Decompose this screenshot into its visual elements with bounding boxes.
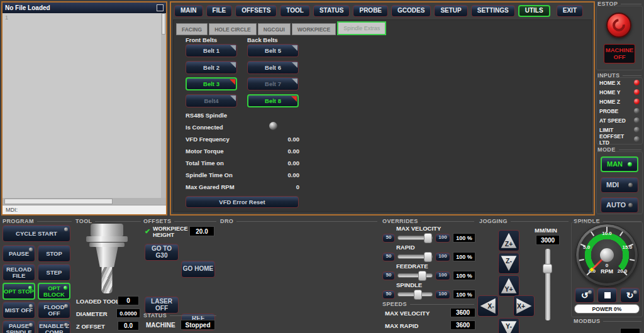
jog-y-minus-button[interactable]: Y- — [498, 318, 519, 333]
slider-handle[interactable] — [424, 252, 432, 262]
mode-mdi-button[interactable]: MDI — [601, 177, 638, 193]
override-min-button[interactable]: 50 — [382, 271, 395, 280]
led-indicator — [64, 227, 68, 231]
gcode-view[interactable]: 1 — [3, 13, 166, 198]
vertical-scrollbar[interactable] — [161, 13, 166, 198]
belt-1-button[interactable]: Belt 1 — [186, 44, 237, 57]
belt-3-button[interactable]: Belt 3 — [186, 77, 237, 90]
opt-block-button[interactable]: OPT BLOCK — [38, 283, 70, 300]
input-label: HOME Z — [599, 99, 620, 105]
tab-hole-circle[interactable]: HOLE CIRCLE — [209, 23, 257, 35]
pause-label: PAUSE — [9, 251, 29, 257]
horizontal-scrollbar[interactable] — [3, 198, 166, 205]
input-row: AT SPEED — [597, 116, 642, 125]
corner-fold-icon — [292, 79, 297, 84]
front-belts-label: Front Belts — [186, 36, 217, 43]
override-value: 100 % — [453, 233, 475, 243]
horizontal-scrollbar-thumb[interactable] — [4, 199, 113, 204]
max-velocity-override-label: MAX VELOCITY — [396, 225, 441, 232]
belt-5-button[interactable]: Belt 5 — [247, 44, 299, 57]
menu-settings[interactable]: SETTINGS — [471, 5, 515, 17]
menu-utils[interactable]: UTILS — [518, 5, 550, 17]
opt-stop-button[interactable]: OPT STOP — [3, 283, 35, 300]
mist-button[interactable]: MIST OFF — [3, 302, 35, 319]
spindle-ccw-button[interactable]: ↺ — [575, 288, 594, 303]
checkmark-icon[interactable]: ✔ — [145, 227, 150, 236]
tab-spindle-extras[interactable]: Spindle Extras — [337, 21, 386, 35]
menu-status[interactable]: STATUS — [313, 5, 350, 17]
override-min-button[interactable]: 50 — [382, 234, 395, 243]
file-panel-toggle-button[interactable] — [157, 4, 164, 11]
tab-workpiece[interactable]: WORKPIECE — [292, 23, 336, 35]
belt-8-button[interactable]: Belt 8 — [247, 94, 299, 107]
spindle-stop-button[interactable] — [597, 288, 617, 303]
menu-gcodes[interactable]: GCODES — [391, 5, 431, 17]
belt-4-button[interactable]: Belt4 — [186, 94, 237, 107]
belt-2-button[interactable]: Belt 2 — [186, 61, 237, 74]
corner-fold-icon — [292, 45, 297, 51]
override-max-button[interactable]: 100 — [435, 271, 450, 280]
step-button[interactable]: STEP — [38, 264, 70, 281]
mdi-label: MDI: — [6, 207, 18, 213]
mode-man-button[interactable]: MAN — [601, 156, 638, 172]
belt-6-button[interactable]: Belt 6 — [247, 61, 299, 74]
override-min-button[interactable]: 50 — [382, 290, 395, 299]
menu-tool[interactable]: TOOL — [280, 5, 310, 17]
machine-off-button[interactable]: MACHINE OFF — [604, 44, 635, 63]
input-row: HOME Y — [597, 87, 642, 97]
slider-track[interactable] — [397, 292, 433, 297]
jog-z-plus-button[interactable]: Z+ — [498, 230, 519, 251]
vfd-error-reset-button[interactable]: VFD Error Reset — [186, 196, 299, 208]
override-max-button[interactable]: 100 — [435, 290, 450, 299]
cycle-start-button[interactable]: CYCLE START — [3, 225, 70, 242]
led-indicator — [29, 248, 33, 251]
override-max-button[interactable]: 100 — [435, 253, 450, 261]
mode-auto-button[interactable]: AUTO — [601, 197, 638, 213]
go-to-g30-button[interactable]: GO TO G30 — [145, 244, 179, 261]
estop-icon[interactable] — [606, 13, 631, 38]
slider-track[interactable] — [397, 254, 433, 259]
menu-file[interactable]: FILE — [206, 5, 233, 17]
jog-z-minus-button[interactable]: Z- — [498, 253, 519, 274]
gauge-value: 0 — [606, 263, 608, 268]
slider-track[interactable] — [397, 273, 433, 278]
led-indicator — [588, 290, 592, 294]
belt-7-button[interactable]: Belt 7 — [247, 77, 299, 90]
led-indicator — [634, 117, 640, 123]
reload-file-button[interactable]: RELOAD FILE — [3, 264, 35, 281]
tab-facing[interactable]: FACING — [176, 23, 208, 35]
jog-y-plus-button[interactable]: Y+ — [498, 275, 519, 297]
slider-track[interactable] — [397, 236, 433, 240]
go-home-button[interactable]: GO HOME — [181, 261, 215, 278]
override-max-button[interactable]: 100 — [435, 234, 450, 243]
laser-button[interactable]: LASER OFF — [145, 297, 179, 314]
vertical-scrollbar-thumb[interactable] — [162, 13, 165, 35]
jog-x-plus-button[interactable]: X+ — [513, 295, 535, 317]
slider-handle[interactable] — [424, 233, 432, 243]
stop-button[interactable]: STOP — [38, 245, 70, 262]
pause-spindle-button[interactable]: PAUSE SPINDLE — [3, 320, 35, 333]
menu-offsets[interactable]: OFFSETS — [235, 5, 277, 17]
override-min-button[interactable]: 50 — [382, 253, 395, 261]
menu-probe[interactable]: PROBE — [353, 5, 388, 17]
menu-main[interactable]: MAIN — [174, 5, 203, 17]
tab-ngcgui[interactable]: NGCGUI — [258, 23, 291, 35]
led-indicator — [634, 127, 640, 133]
workpiece-height-value[interactable]: 20.0 — [189, 226, 214, 236]
jog-rate-slider-handle[interactable] — [543, 264, 552, 273]
mdi-input[interactable]: MDI: — [3, 205, 166, 214]
total-time-value: 0.00 — [262, 160, 299, 166]
pause-button[interactable]: PAUSE — [3, 245, 35, 262]
menu-setup[interactable]: SETUP — [434, 5, 467, 17]
spindle-override-label: SPINDLE — [396, 281, 422, 288]
z-comp-button[interactable]: ENABLE Z COMP — [38, 320, 70, 333]
spindle-cw-button[interactable]: ↻ — [620, 288, 640, 303]
app-window: No File Loaded 1 MDI: MAIN FILE OFFSETS … — [0, 0, 644, 333]
jog-rate-slider-track[interactable] — [545, 249, 550, 320]
slider-handle[interactable] — [418, 271, 426, 281]
jog-x-minus-button[interactable]: X- — [477, 295, 499, 317]
exit-button[interactable]: EXIT — [557, 5, 583, 17]
corner-fold-icon — [291, 96, 297, 102]
flood-button[interactable]: FLOOD OFF — [38, 302, 70, 319]
slider-handle[interactable] — [414, 290, 422, 300]
